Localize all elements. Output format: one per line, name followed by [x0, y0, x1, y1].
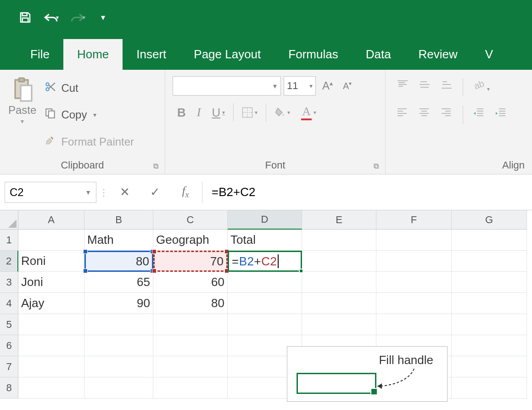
column-header-G[interactable]: G [452, 210, 527, 230]
cell-C6[interactable] [153, 335, 228, 356]
row-header-6[interactable]: 6 [0, 335, 18, 356]
cell-C3[interactable]: 60 [153, 272, 228, 293]
cell-D3[interactable] [228, 272, 302, 293]
row-header-5[interactable]: 5 [0, 314, 18, 335]
cell-A4[interactable]: Ajay [18, 293, 84, 314]
increase-indent-button[interactable] [493, 106, 509, 124]
tab-review[interactable]: Review [405, 39, 471, 70]
copy-button[interactable]: Copy ▾ [44, 107, 134, 122]
tab-file[interactable]: File [17, 39, 63, 70]
cell-A3[interactable]: Joni [18, 272, 84, 293]
row-header-3[interactable]: 3 [0, 272, 18, 293]
decrease-indent-button[interactable] [471, 106, 487, 124]
formula-input[interactable]: =B2+C2 [202, 182, 527, 203]
cell-C4[interactable]: 80 [153, 293, 228, 314]
row-header-8[interactable]: 8 [0, 377, 18, 399]
paste-dropdown[interactable]: ▾ [21, 118, 24, 125]
orientation-button[interactable]: ab▾ [471, 78, 492, 96]
row-header-1[interactable]: 1 [0, 230, 18, 251]
borders-button[interactable]: ▾ [237, 105, 262, 120]
format-painter-button[interactable]: Format Painter [44, 135, 134, 149]
align-left-button[interactable] [395, 106, 410, 124]
insert-function-button[interactable]: fx [172, 184, 199, 200]
tab-page-layout[interactable]: Page Layout [180, 39, 274, 70]
cell-C7[interactable] [153, 356, 228, 377]
cell-D1[interactable]: Total [228, 230, 302, 251]
shrink-font-button[interactable]: A▾ [339, 80, 355, 91]
cell-B8[interactable] [84, 377, 153, 399]
cell-B3[interactable]: 65 [84, 272, 153, 293]
cell-B1[interactable]: Math [84, 230, 153, 251]
cell-G1[interactable] [452, 230, 527, 251]
cell-A8[interactable] [18, 377, 84, 399]
align-bottom-button[interactable] [439, 78, 454, 96]
cell-B6[interactable] [84, 335, 153, 356]
cell-C5[interactable] [153, 314, 228, 335]
font-size-dropdown[interactable]: 11▾ [284, 76, 316, 95]
column-header-E[interactable]: E [302, 210, 376, 230]
redo-dropdown[interactable]: ▾ [83, 14, 85, 21]
bold-button[interactable]: B [173, 104, 190, 122]
column-header-A[interactable]: A [18, 210, 84, 230]
column-header-B[interactable]: B [84, 210, 153, 230]
cell-E2[interactable] [302, 251, 376, 272]
cell-G3[interactable] [452, 272, 527, 293]
column-header-F[interactable]: F [376, 210, 452, 230]
cell-E4[interactable] [302, 293, 376, 314]
cell-B2[interactable]: 80 [84, 251, 153, 272]
cut-button[interactable]: Cut [44, 81, 134, 95]
italic-button[interactable]: I [192, 104, 206, 121]
paste-icon[interactable] [10, 76, 35, 104]
fill-handle[interactable] [299, 269, 303, 273]
cell-C8[interactable] [153, 377, 228, 399]
cell-B5[interactable] [84, 314, 153, 335]
row-header-2[interactable]: 2 [0, 251, 18, 272]
cell-A2[interactable]: Roni [18, 251, 84, 272]
cell-B4[interactable]: 90 [84, 293, 153, 314]
save-button[interactable] [18, 11, 32, 24]
cell-A7[interactable] [18, 356, 84, 377]
cell-G8[interactable] [452, 377, 527, 399]
customize-qat-dropdown[interactable]: ▾ [101, 12, 105, 22]
name-box-dropdown-icon[interactable]: ▼ [85, 189, 91, 196]
cell-D5[interactable] [228, 314, 302, 335]
fill-color-button[interactable]: ▾ [270, 105, 295, 120]
cell-A1[interactable] [18, 230, 84, 251]
align-center-button[interactable] [417, 106, 432, 124]
cell-G7[interactable] [452, 356, 527, 377]
cell-A5[interactable] [18, 314, 84, 335]
undo-dropdown[interactable]: ▾ [56, 14, 59, 21]
font-name-dropdown[interactable]: ▾ [173, 76, 281, 95]
grow-font-button[interactable]: A▴ [319, 79, 336, 92]
align-middle-button[interactable] [417, 78, 432, 96]
column-header-C[interactable]: C [153, 210, 228, 230]
tab-view-partial[interactable]: V [471, 39, 507, 70]
align-right-button[interactable] [439, 106, 454, 124]
cell-F4[interactable] [376, 293, 452, 314]
copy-dropdown[interactable]: ▾ [93, 111, 96, 118]
cell-F1[interactable] [376, 230, 452, 251]
cell-B7[interactable] [84, 356, 153, 377]
tab-formulas[interactable]: Formulas [274, 39, 352, 70]
tab-data[interactable]: Data [352, 39, 405, 70]
enter-formula-button[interactable]: ✓ [141, 185, 169, 199]
cell-C2[interactable]: 70 [153, 251, 228, 272]
cell-E1[interactable] [302, 230, 376, 251]
cell-F5[interactable] [376, 314, 452, 335]
tab-insert[interactable]: Insert [123, 39, 180, 70]
select-all-corner[interactable] [0, 210, 18, 230]
row-header-4[interactable]: 4 [0, 293, 18, 314]
tab-home[interactable]: Home [63, 39, 123, 70]
cell-G6[interactable] [452, 335, 527, 356]
cell-D2[interactable]: =B2+C2 [228, 251, 302, 272]
cell-D4[interactable] [228, 293, 302, 314]
cell-G4[interactable] [452, 293, 527, 314]
cell-F2[interactable] [376, 251, 452, 272]
cell-E5[interactable] [302, 314, 376, 335]
paste-button[interactable]: Paste [8, 104, 36, 117]
cell-E3[interactable] [302, 272, 376, 293]
cell-G2[interactable] [452, 251, 527, 272]
row-header-7[interactable]: 7 [0, 356, 18, 377]
cancel-formula-button[interactable]: ✕ [111, 185, 139, 199]
cell-A6[interactable] [18, 335, 84, 356]
